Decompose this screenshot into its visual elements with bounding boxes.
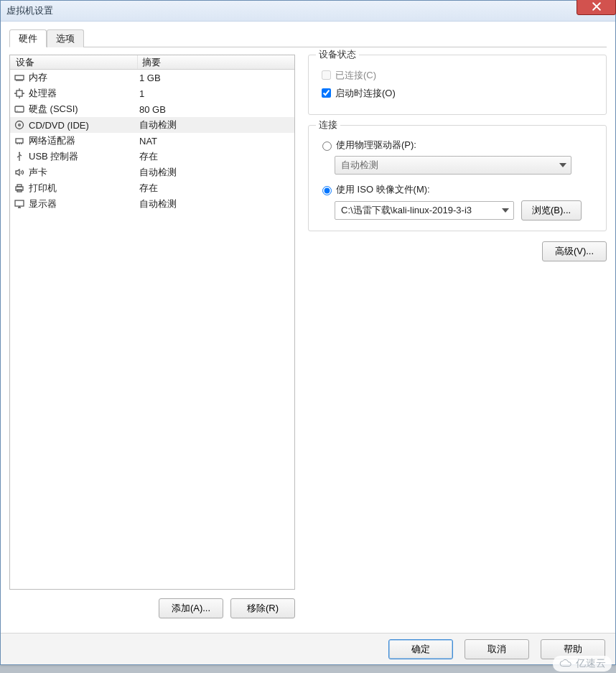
display-icon bbox=[13, 198, 26, 210]
hardware-row[interactable]: CD/DVD (IDE)自动检测 bbox=[10, 117, 294, 133]
device-name: 声卡 bbox=[29, 166, 47, 179]
device-summary: 自动检测 bbox=[138, 119, 294, 131]
nic-icon bbox=[13, 134, 26, 147]
hardware-row[interactable]: USB 控制器存在 bbox=[10, 149, 294, 164]
titlebar[interactable]: 虚拟机设置 bbox=[1, 1, 615, 22]
usb-icon bbox=[13, 150, 26, 163]
hardware-row[interactable]: 内存1 GB bbox=[10, 70, 294, 85]
tab-hardware[interactable]: 硬件 bbox=[9, 29, 47, 47]
dialog-footer: 确定 取消 帮助 bbox=[1, 633, 615, 664]
ok-button[interactable]: 确定 bbox=[388, 639, 453, 659]
use-physical-label: 使用物理驱动器(P): bbox=[336, 139, 416, 152]
device-summary: 自动检测 bbox=[138, 198, 294, 210]
connected-checkbox bbox=[322, 70, 331, 80]
hardware-panel: 设备 摘要 内存1 GB处理器1硬盘 (SCSI)80 GBCD/DVD (ID… bbox=[9, 55, 295, 618]
chevron-down-icon bbox=[559, 163, 566, 167]
chevron-down-icon[interactable] bbox=[502, 208, 509, 213]
col-summary[interactable]: 摘要 bbox=[138, 55, 294, 69]
hardware-row[interactable]: 网络适配器NAT bbox=[10, 133, 294, 149]
svg-rect-2 bbox=[15, 106, 24, 112]
remove-button[interactable]: 移除(R) bbox=[230, 598, 295, 618]
hardware-row[interactable]: 硬盘 (SCSI)80 GB bbox=[10, 101, 294, 117]
svg-point-7 bbox=[19, 152, 20, 154]
svg-rect-0 bbox=[15, 75, 24, 80]
memory-icon bbox=[13, 71, 26, 84]
device-summary: 1 bbox=[138, 88, 294, 99]
device-summary: 自动检测 bbox=[138, 166, 294, 179]
svg-rect-1 bbox=[17, 90, 22, 96]
svg-rect-9 bbox=[17, 185, 22, 187]
device-name: CD/DVD (IDE) bbox=[29, 120, 89, 131]
svg-point-5 bbox=[19, 124, 21, 126]
device-name: 网络适配器 bbox=[29, 134, 75, 147]
cpu-icon bbox=[13, 87, 26, 100]
svg-rect-6 bbox=[16, 139, 23, 143]
detail-panel: 设备状态 已连接(C) 启动时连接(O) 连接 使用物理驱动器(P): bbox=[308, 55, 607, 618]
use-physical-radio[interactable] bbox=[322, 141, 332, 151]
connect-on-start-row[interactable]: 启动时连接(O) bbox=[319, 86, 596, 100]
hdd-icon bbox=[13, 103, 26, 116]
device-status-legend: 设备状态 bbox=[316, 48, 359, 61]
device-name: 内存 bbox=[29, 71, 47, 84]
close-icon bbox=[592, 2, 601, 11]
col-device[interactable]: 设备 bbox=[10, 55, 138, 69]
device-summary: 存在 bbox=[138, 150, 294, 163]
device-name: 硬盘 (SCSI) bbox=[29, 103, 78, 116]
device-summary: 1 GB bbox=[138, 73, 294, 83]
connect-on-start-label: 启动时连接(O) bbox=[335, 87, 396, 100]
physical-drive-combo: 自动检测 bbox=[335, 156, 571, 175]
cancel-button[interactable]: 取消 bbox=[465, 639, 529, 659]
iso-path-value: C:\迅雷下载\kali-linux-2019-3-i3 bbox=[341, 204, 472, 217]
close-button[interactable] bbox=[577, 0, 616, 15]
sound-icon bbox=[13, 166, 26, 179]
connected-label: 已连接(C) bbox=[335, 69, 376, 82]
device-name: 打印机 bbox=[29, 182, 57, 195]
hardware-row[interactable]: 打印机存在 bbox=[10, 180, 294, 196]
tab-options[interactable]: 选项 bbox=[47, 29, 84, 47]
browse-button[interactable]: 浏览(B)... bbox=[521, 200, 582, 221]
hardware-row[interactable]: 显示器自动检测 bbox=[10, 196, 294, 212]
svg-point-4 bbox=[16, 121, 24, 129]
window-title: 虚拟机设置 bbox=[6, 4, 53, 17]
printer-icon bbox=[13, 182, 26, 195]
disc-icon bbox=[13, 119, 26, 131]
connect-on-start-checkbox[interactable] bbox=[322, 88, 331, 98]
iso-path-combo[interactable]: C:\迅雷下载\kali-linux-2019-3-i3 bbox=[335, 201, 514, 220]
connected-checkbox-row: 已连接(C) bbox=[319, 68, 596, 82]
vm-settings-window: 虚拟机设置 硬件 选项 设备 摘要 内存1 GB处理器1硬盘 (SCSI)80 … bbox=[0, 0, 616, 665]
connection-group: 连接 使用物理驱动器(P): 自动检测 使用 ISO 映像文件(M): bbox=[308, 125, 607, 231]
use-physical-row[interactable]: 使用物理驱动器(P): bbox=[319, 139, 596, 152]
device-status-group: 设备状态 已连接(C) 启动时连接(O) bbox=[308, 55, 607, 115]
device-summary: 存在 bbox=[138, 182, 294, 195]
hardware-row[interactable]: 声卡自动检测 bbox=[10, 164, 294, 180]
svg-point-3 bbox=[17, 110, 17, 111]
device-summary: 80 GB bbox=[138, 104, 294, 115]
add-button[interactable]: 添加(A)... bbox=[159, 598, 223, 618]
svg-rect-11 bbox=[15, 200, 24, 206]
advanced-button[interactable]: 高级(V)... bbox=[542, 241, 607, 261]
use-iso-label: 使用 ISO 映像文件(M): bbox=[336, 183, 430, 196]
hardware-table[interactable]: 设备 摘要 内存1 GB处理器1硬盘 (SCSI)80 GBCD/DVD (ID… bbox=[9, 55, 295, 590]
tabs: 硬件 选项 bbox=[9, 29, 607, 47]
use-iso-radio[interactable] bbox=[322, 186, 332, 195]
device-summary: NAT bbox=[138, 136, 294, 147]
device-name: 处理器 bbox=[29, 87, 57, 100]
hardware-table-header: 设备 摘要 bbox=[10, 55, 294, 70]
content-area: 硬件 选项 设备 摘要 内存1 GB处理器1硬盘 (SCSI)80 GBCD/D… bbox=[1, 22, 615, 664]
hardware-row[interactable]: 处理器1 bbox=[10, 85, 294, 101]
connection-legend: 连接 bbox=[316, 119, 340, 131]
physical-drive-value: 自动检测 bbox=[341, 159, 378, 172]
device-name: 显示器 bbox=[29, 198, 57, 210]
use-iso-row[interactable]: 使用 ISO 映像文件(M): bbox=[319, 183, 596, 196]
help-button[interactable]: 帮助 bbox=[541, 639, 605, 659]
device-name: USB 控制器 bbox=[29, 150, 78, 163]
